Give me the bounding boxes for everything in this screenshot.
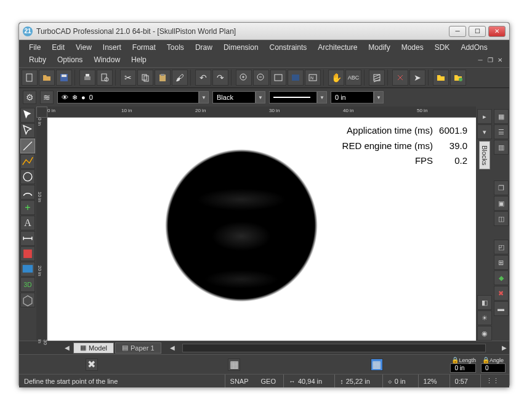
named-view-button[interactable]: N xyxy=(305,70,321,86)
menu-constraints[interactable]: Constraints xyxy=(265,42,312,53)
menu-modify[interactable]: Modify xyxy=(363,42,395,53)
status-grip-icon[interactable]: ⋮⋮ xyxy=(480,375,504,387)
lineweight-dropdown-arrow[interactable]: ▼ xyxy=(317,91,327,103)
menu-sdk[interactable]: SDK xyxy=(430,42,455,53)
menu-tools[interactable]: Tools xyxy=(162,42,189,53)
maximize-button[interactable]: ☐ xyxy=(469,26,486,37)
point-tool[interactable]: + xyxy=(20,200,35,215)
text-style-button[interactable]: ABC xyxy=(345,70,361,86)
block-insert-icon[interactable]: ◰ xyxy=(494,240,509,254)
zoom-out-button[interactable] xyxy=(253,70,269,86)
minimize-button[interactable]: ─ xyxy=(449,26,466,37)
zoom-extents-button[interactable] xyxy=(288,70,304,86)
folder-green-button[interactable] xyxy=(450,70,466,86)
menu-help[interactable]: Help xyxy=(126,54,151,65)
menu-options[interactable]: Options xyxy=(52,54,87,65)
settings-gear-icon[interactable]: ⚙ xyxy=(23,91,36,104)
menu-edit[interactable]: Edit xyxy=(47,42,70,53)
menu-draw[interactable]: Draw xyxy=(190,42,217,53)
cut-button[interactable]: ✂ xyxy=(120,70,136,86)
properties-panel-icon[interactable]: ▦ xyxy=(494,109,509,124)
paste-button[interactable] xyxy=(155,70,171,86)
box-tool[interactable] xyxy=(20,293,35,307)
titlebar[interactable]: 21 TurboCAD Professional 21.0 64-bit - [… xyxy=(19,23,509,40)
arc-tool[interactable] xyxy=(20,185,35,200)
blocks-tab[interactable]: Blocks xyxy=(479,141,490,169)
menu-architecture[interactable]: Architecture xyxy=(313,42,362,53)
menu-addons[interactable]: AddOns xyxy=(456,42,492,53)
geo-indicator[interactable]: GEO xyxy=(261,378,276,385)
folder-yellow-button[interactable] xyxy=(433,70,449,86)
panel-toggle-icon[interactable]: ▸ xyxy=(477,109,492,124)
undo-button[interactable]: ↶ xyxy=(195,70,211,86)
select-tool[interactable] xyxy=(20,108,35,123)
hatch-tool[interactable] xyxy=(20,246,35,261)
menu-insert[interactable]: Insert xyxy=(98,42,126,53)
length-field[interactable]: 🔒Length 0 in xyxy=(450,357,476,373)
dimension-tool[interactable] xyxy=(20,231,35,246)
menu-ruby[interactable]: Ruby xyxy=(24,54,51,65)
tab-scroll-left-icon[interactable]: ◀ xyxy=(167,343,177,353)
tab-paper1[interactable]: ▤Paper 1 xyxy=(115,342,161,354)
print-button[interactable] xyxy=(79,70,95,86)
line-tool[interactable] xyxy=(20,139,35,153)
panel-collapse-icon[interactable]: ▾ xyxy=(477,124,492,139)
angle-field[interactable]: 🔒Angle 0 xyxy=(481,357,506,373)
library-icon[interactable]: ◆ xyxy=(494,270,509,285)
horizontal-ruler[interactable]: 0 in10 in20 in30 in40 in50 in xyxy=(47,107,476,118)
edit-tool[interactable] xyxy=(20,123,35,138)
group-icon[interactable]: ⊞ xyxy=(494,255,509,270)
clone-panel-icon[interactable]: ▣ xyxy=(494,196,509,211)
ruler-corner[interactable] xyxy=(36,107,47,118)
mdi-restore-icon[interactable]: ❐ xyxy=(486,55,494,64)
menu-dimension[interactable]: Dimension xyxy=(219,42,264,53)
redo-button[interactable]: ↷ xyxy=(212,70,228,86)
snap-toggle-icon[interactable]: ✖ xyxy=(86,358,98,371)
wall-icon[interactable]: ▬ xyxy=(494,301,509,316)
vertical-ruler[interactable]: 0 in10 in20 in30 in xyxy=(36,118,47,341)
viewport-tool[interactable] xyxy=(20,262,35,277)
menu-modes[interactable]: Modes xyxy=(397,42,429,53)
explorer-icon[interactable]: ▥ xyxy=(494,140,509,155)
xref-icon[interactable]: ◫ xyxy=(494,211,509,226)
menu-window[interactable]: Window xyxy=(89,54,125,65)
format-painter-button[interactable]: 🖌 xyxy=(172,70,188,86)
mdi-minimize-icon[interactable]: ─ xyxy=(476,55,485,64)
text-tool[interactable]: A xyxy=(20,216,35,230)
hatch-button[interactable] xyxy=(369,70,385,86)
copy-button[interactable] xyxy=(137,70,153,86)
print-preview-button[interactable] xyxy=(97,70,113,86)
tab-prev-icon[interactable]: ◀ xyxy=(62,343,72,353)
pan-button[interactable]: ✋ xyxy=(328,70,344,86)
menu-format[interactable]: Format xyxy=(127,42,161,53)
width-dropdown-arrow[interactable]: ▼ xyxy=(374,91,384,103)
layer-dropdown-arrow[interactable]: ▼ xyxy=(199,91,209,103)
circle-tool[interactable] xyxy=(20,169,35,184)
materials-icon[interactable]: ◧ xyxy=(477,295,492,310)
layer-field[interactable]: 👁❄● 0 xyxy=(57,91,199,103)
copy-panel-icon[interactable]: ❐ xyxy=(494,180,509,195)
zoom-window-button[interactable] xyxy=(270,70,286,86)
polyline-tool[interactable] xyxy=(20,154,35,169)
render-icon[interactable]: ◉ xyxy=(477,326,492,341)
color-field[interactable]: Black xyxy=(212,91,256,103)
delete-icon[interactable]: ✖ xyxy=(494,286,509,301)
new-file-button[interactable] xyxy=(22,70,38,86)
close-button[interactable]: ✕ xyxy=(488,26,506,37)
tool-button[interactable]: ➤ xyxy=(409,70,425,86)
lights-icon[interactable]: ☀ xyxy=(477,310,492,325)
3d-tool[interactable]: 3D xyxy=(20,277,35,292)
constraints-button[interactable] xyxy=(392,70,408,86)
save-button[interactable] xyxy=(56,70,72,86)
drawing-canvas[interactable]: Application time (ms)6001.9 RED engine t… xyxy=(47,118,476,341)
horizontal-scrollbar[interactable] xyxy=(182,344,486,352)
grid-toggle-icon[interactable]: ▦ xyxy=(228,358,240,371)
zoom-in-button[interactable] xyxy=(236,70,252,86)
lineweight-field[interactable] xyxy=(269,91,317,103)
layer-icon[interactable]: ≋ xyxy=(40,91,54,104)
color-dropdown-arrow[interactable]: ▼ xyxy=(256,91,265,103)
mdi-close-icon[interactable]: ✕ xyxy=(496,55,504,64)
menu-view[interactable]: View xyxy=(71,42,97,53)
tab-model[interactable]: ▦Model xyxy=(73,342,114,354)
width-field[interactable]: 0 in xyxy=(331,91,374,103)
